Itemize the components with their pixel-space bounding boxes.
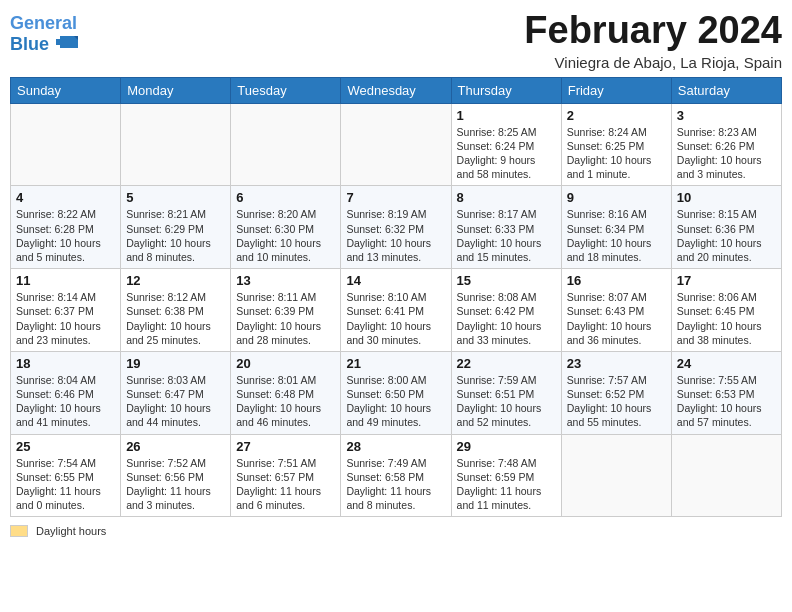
day-number: 5: [126, 190, 225, 205]
calendar-cell: 19Sunrise: 8:03 AM Sunset: 6:47 PM Dayli…: [121, 351, 231, 434]
day-info: Sunrise: 7:55 AM Sunset: 6:53 PM Dayligh…: [677, 373, 776, 430]
calendar-cell: 2Sunrise: 8:24 AM Sunset: 6:25 PM Daylig…: [561, 103, 671, 186]
day-number: 29: [457, 439, 556, 454]
calendar-header-monday: Monday: [121, 77, 231, 103]
day-number: 11: [16, 273, 115, 288]
day-number: 23: [567, 356, 666, 371]
day-number: 6: [236, 190, 335, 205]
calendar-cell: 10Sunrise: 8:15 AM Sunset: 6:36 PM Dayli…: [671, 186, 781, 269]
calendar-cell: 15Sunrise: 8:08 AM Sunset: 6:42 PM Dayli…: [451, 269, 561, 352]
day-number: 14: [346, 273, 445, 288]
calendar-header-wednesday: Wednesday: [341, 77, 451, 103]
calendar-header-thursday: Thursday: [451, 77, 561, 103]
location-subtitle: Viniegra de Abajo, La Rioja, Spain: [524, 54, 782, 71]
day-info: Sunrise: 8:15 AM Sunset: 6:36 PM Dayligh…: [677, 207, 776, 264]
day-number: 12: [126, 273, 225, 288]
daylight-label: Daylight hours: [36, 525, 106, 537]
day-info: Sunrise: 8:03 AM Sunset: 6:47 PM Dayligh…: [126, 373, 225, 430]
calendar-cell: [341, 103, 451, 186]
calendar-cell: 7Sunrise: 8:19 AM Sunset: 6:32 PM Daylig…: [341, 186, 451, 269]
calendar-cell: 22Sunrise: 7:59 AM Sunset: 6:51 PM Dayli…: [451, 351, 561, 434]
day-number: 24: [677, 356, 776, 371]
calendar-cell: 3Sunrise: 8:23 AM Sunset: 6:26 PM Daylig…: [671, 103, 781, 186]
day-number: 27: [236, 439, 335, 454]
calendar-cell: [561, 434, 671, 517]
calendar-week-row: 1Sunrise: 8:25 AM Sunset: 6:24 PM Daylig…: [11, 103, 782, 186]
day-info: Sunrise: 7:51 AM Sunset: 6:57 PM Dayligh…: [236, 456, 335, 513]
day-info: Sunrise: 8:23 AM Sunset: 6:26 PM Dayligh…: [677, 125, 776, 182]
calendar-cell: [11, 103, 121, 186]
day-number: 17: [677, 273, 776, 288]
day-info: Sunrise: 8:08 AM Sunset: 6:42 PM Dayligh…: [457, 290, 556, 347]
calendar-week-row: 18Sunrise: 8:04 AM Sunset: 6:46 PM Dayli…: [11, 351, 782, 434]
calendar-header-tuesday: Tuesday: [231, 77, 341, 103]
calendar-table: SundayMondayTuesdayWednesdayThursdayFrid…: [10, 77, 782, 517]
calendar-cell: 21Sunrise: 8:00 AM Sunset: 6:50 PM Dayli…: [341, 351, 451, 434]
calendar-cell: [671, 434, 781, 517]
calendar-header-friday: Friday: [561, 77, 671, 103]
day-info: Sunrise: 8:19 AM Sunset: 6:32 PM Dayligh…: [346, 207, 445, 264]
day-number: 9: [567, 190, 666, 205]
day-number: 25: [16, 439, 115, 454]
calendar-cell: 28Sunrise: 7:49 AM Sunset: 6:58 PM Dayli…: [341, 434, 451, 517]
day-info: Sunrise: 8:00 AM Sunset: 6:50 PM Dayligh…: [346, 373, 445, 430]
calendar-cell: 20Sunrise: 8:01 AM Sunset: 6:48 PM Dayli…: [231, 351, 341, 434]
day-number: 21: [346, 356, 445, 371]
day-number: 22: [457, 356, 556, 371]
day-info: Sunrise: 7:59 AM Sunset: 6:51 PM Dayligh…: [457, 373, 556, 430]
calendar-cell: 14Sunrise: 8:10 AM Sunset: 6:41 PM Dayli…: [341, 269, 451, 352]
day-info: Sunrise: 8:07 AM Sunset: 6:43 PM Dayligh…: [567, 290, 666, 347]
calendar-header-row: SundayMondayTuesdayWednesdayThursdayFrid…: [11, 77, 782, 103]
logo: General Blue: [10, 14, 78, 57]
day-number: 1: [457, 108, 556, 123]
calendar-cell: 26Sunrise: 7:52 AM Sunset: 6:56 PM Dayli…: [121, 434, 231, 517]
day-number: 18: [16, 356, 115, 371]
day-info: Sunrise: 8:01 AM Sunset: 6:48 PM Dayligh…: [236, 373, 335, 430]
title-block: February 2024 Viniegra de Abajo, La Rioj…: [524, 10, 782, 71]
svg-marker-1: [56, 39, 64, 45]
day-number: 26: [126, 439, 225, 454]
calendar-cell: [121, 103, 231, 186]
calendar-cell: 5Sunrise: 8:21 AM Sunset: 6:29 PM Daylig…: [121, 186, 231, 269]
calendar-cell: 12Sunrise: 8:12 AM Sunset: 6:38 PM Dayli…: [121, 269, 231, 352]
day-info: Sunrise: 7:57 AM Sunset: 6:52 PM Dayligh…: [567, 373, 666, 430]
calendar-week-row: 11Sunrise: 8:14 AM Sunset: 6:37 PM Dayli…: [11, 269, 782, 352]
calendar-week-row: 4Sunrise: 8:22 AM Sunset: 6:28 PM Daylig…: [11, 186, 782, 269]
day-info: Sunrise: 8:12 AM Sunset: 6:38 PM Dayligh…: [126, 290, 225, 347]
day-info: Sunrise: 8:14 AM Sunset: 6:37 PM Dayligh…: [16, 290, 115, 347]
day-info: Sunrise: 7:49 AM Sunset: 6:58 PM Dayligh…: [346, 456, 445, 513]
calendar-cell: 11Sunrise: 8:14 AM Sunset: 6:37 PM Dayli…: [11, 269, 121, 352]
day-number: 8: [457, 190, 556, 205]
day-number: 19: [126, 356, 225, 371]
calendar-cell: 24Sunrise: 7:55 AM Sunset: 6:53 PM Dayli…: [671, 351, 781, 434]
day-info: Sunrise: 8:10 AM Sunset: 6:41 PM Dayligh…: [346, 290, 445, 347]
calendar-cell: 25Sunrise: 7:54 AM Sunset: 6:55 PM Dayli…: [11, 434, 121, 517]
day-info: Sunrise: 8:06 AM Sunset: 6:45 PM Dayligh…: [677, 290, 776, 347]
day-info: Sunrise: 7:52 AM Sunset: 6:56 PM Dayligh…: [126, 456, 225, 513]
month-title: February 2024: [524, 10, 782, 52]
day-number: 15: [457, 273, 556, 288]
calendar-cell: 6Sunrise: 8:20 AM Sunset: 6:30 PM Daylig…: [231, 186, 341, 269]
day-info: Sunrise: 7:54 AM Sunset: 6:55 PM Dayligh…: [16, 456, 115, 513]
day-number: 28: [346, 439, 445, 454]
daylight-box-icon: [10, 525, 28, 537]
day-info: Sunrise: 7:48 AM Sunset: 6:59 PM Dayligh…: [457, 456, 556, 513]
day-info: Sunrise: 8:11 AM Sunset: 6:39 PM Dayligh…: [236, 290, 335, 347]
day-number: 10: [677, 190, 776, 205]
calendar-cell: 4Sunrise: 8:22 AM Sunset: 6:28 PM Daylig…: [11, 186, 121, 269]
calendar-cell: 8Sunrise: 8:17 AM Sunset: 6:33 PM Daylig…: [451, 186, 561, 269]
day-info: Sunrise: 8:20 AM Sunset: 6:30 PM Dayligh…: [236, 207, 335, 264]
logo-text-blue: Blue: [10, 34, 78, 57]
day-number: 2: [567, 108, 666, 123]
day-number: 20: [236, 356, 335, 371]
day-number: 4: [16, 190, 115, 205]
calendar-cell: 18Sunrise: 8:04 AM Sunset: 6:46 PM Dayli…: [11, 351, 121, 434]
logo-text: General: [10, 14, 78, 34]
calendar-cell: 23Sunrise: 7:57 AM Sunset: 6:52 PM Dayli…: [561, 351, 671, 434]
calendar-week-row: 25Sunrise: 7:54 AM Sunset: 6:55 PM Dayli…: [11, 434, 782, 517]
day-number: 7: [346, 190, 445, 205]
calendar-cell: 16Sunrise: 8:07 AM Sunset: 6:43 PM Dayli…: [561, 269, 671, 352]
day-info: Sunrise: 8:04 AM Sunset: 6:46 PM Dayligh…: [16, 373, 115, 430]
calendar-header-sunday: Sunday: [11, 77, 121, 103]
header: General Blue February 2024 Viniegra de A…: [10, 10, 782, 71]
